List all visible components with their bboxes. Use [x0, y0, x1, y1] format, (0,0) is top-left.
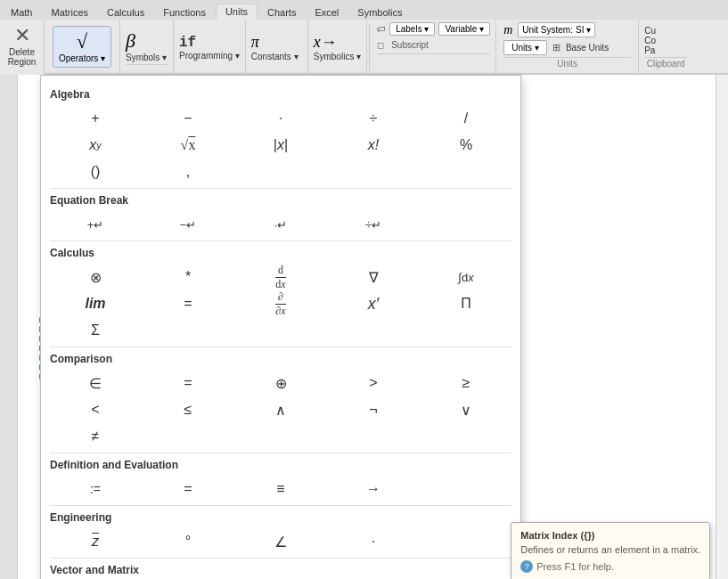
scrollbar[interactable] [716, 75, 728, 579]
symbols-btn[interactable]: Symbols ▾ [126, 53, 168, 62]
base-units-btn[interactable]: Base Units [562, 41, 612, 54]
sym-lim[interactable]: lim [50, 291, 141, 316]
sym-factorial[interactable]: x! [328, 133, 419, 158]
sym-product[interactable]: Π [421, 291, 511, 316]
sym-power[interactable]: xy [50, 133, 141, 158]
vecmat-title: Vector and Matrix [50, 564, 511, 576]
sym-integral[interactable]: ∫dx [421, 265, 511, 290]
sym-xprime[interactable]: x′ [328, 291, 419, 316]
sym-sum[interactable]: Σ [50, 318, 141, 343]
clipboard-group: Cu Co Pa Clipboard [639, 20, 692, 75]
operators-button[interactable]: √ Operators ▾ [53, 26, 111, 68]
sym-percent[interactable]: % [421, 133, 511, 158]
constants-icon: π [251, 33, 302, 52]
subscript-btn[interactable]: Subscript [388, 38, 432, 52]
sep1 [369, 23, 370, 71]
sym-eq3[interactable]: = [143, 477, 233, 502]
base-units-label: Base Units [566, 43, 609, 53]
units-dropdown[interactable]: Units ▾ [503, 40, 547, 55]
symbols-group-label [126, 64, 168, 66]
tab-matrices[interactable]: Matrices [42, 5, 97, 20]
symbolics-btn[interactable]: Symbolics ▾ [314, 52, 361, 61]
sym-gt[interactable]: > [328, 371, 419, 396]
sym-lt[interactable]: < [50, 397, 141, 422]
sym-cdot[interactable]: · [328, 529, 419, 554]
sym-sqrt[interactable]: √x [143, 133, 233, 158]
constants-group: π Constants ▾ [246, 20, 308, 75]
sym-gte[interactable]: ≥ [421, 371, 511, 396]
comparison-grid: ∈ = ⊕ > ≥ < ≤ ∧ ¬ ∨ ≠ [50, 371, 511, 449]
labels-icon: 🏷 [377, 24, 386, 34]
clipboard-btn3[interactable]: Pa [644, 45, 687, 55]
sym-equiv[interactable]: ≡ [235, 477, 326, 502]
clipboard-btn1[interactable]: Cu [644, 26, 687, 36]
main-content: N := 6 n := 0 .. N − 1 vn := sin ( n · π… [0, 75, 728, 579]
sym-eq[interactable]: = [143, 291, 233, 316]
sym-zbar[interactable]: z [50, 529, 141, 554]
tab-functions[interactable]: Functions [154, 5, 215, 20]
delete-label[interactable]: DeleteRegion [8, 47, 37, 67]
tab-symbolics[interactable]: Symbolics [348, 5, 411, 20]
programming-icon: if [179, 35, 240, 51]
calculus-grid: ⊗ * d dx ∇ ∫dx lim = ∂ ∂x x′ Π Σ [50, 265, 511, 343]
tab-math[interactable]: Math [2, 5, 41, 20]
unit-system-label: Unit System: [522, 25, 573, 35]
tab-excel[interactable]: Excel [306, 5, 348, 20]
labels-btn[interactable]: Labels ▾ [389, 22, 435, 36]
sym-comma[interactable]: , [143, 159, 233, 184]
tab-charts[interactable]: Charts [258, 5, 305, 20]
symbols-icon: β [126, 29, 168, 53]
tooltip-help: ? Press F1 for help. [520, 560, 700, 573]
sym-assign[interactable]: := [50, 477, 141, 502]
sym-plus[interactable]: + [50, 106, 141, 131]
sym-or[interactable]: ∨ [421, 397, 511, 422]
tab-units[interactable]: Units [216, 4, 258, 20]
subscript-icon: ◻ [377, 40, 384, 50]
labels-group: 🏷 Labels ▾ Variable ▾ ◻ Subscript [372, 20, 496, 75]
operators-group: √ Operators ▾ [45, 20, 120, 75]
sym-arrow[interactable]: → [328, 477, 419, 502]
sym-deriv[interactable]: d dx [235, 265, 326, 290]
eqbreak-grid: +↵ −↵ ·↵ ÷↵ [50, 212, 511, 237]
sym-partial[interactable]: ∂ ∂x [235, 291, 326, 316]
clipboard-btn2[interactable]: Co [644, 36, 687, 45]
sym-angle[interactable]: ∠ [235, 529, 326, 554]
sym-lte[interactable]: ≤ [143, 397, 233, 422]
sym-parens[interactable]: () [50, 159, 141, 184]
sym-eqbreak-div[interactable]: ÷↵ [328, 212, 419, 237]
sym-nabla[interactable]: ∇ [328, 265, 419, 290]
divider1 [50, 188, 511, 189]
unit-system-btn[interactable]: Unit System: SI ▾ [518, 22, 595, 37]
sym-slash[interactable]: / [421, 106, 511, 131]
units-m-icon: m [503, 23, 512, 37]
sym-degree[interactable]: ° [143, 529, 233, 554]
tab-calculus[interactable]: Calculus [98, 5, 153, 20]
labels-group-label [377, 53, 490, 55]
sym-dot[interactable]: · [235, 106, 326, 131]
sym-in[interactable]: ∈ [50, 371, 141, 396]
sym-circ[interactable]: ⊗ [50, 265, 141, 290]
constants-btn[interactable]: Constants ▾ [251, 52, 302, 61]
sym-minus[interactable]: − [143, 106, 233, 131]
sym-eqbreak-dot[interactable]: ·↵ [235, 212, 326, 237]
eqbreak-title: Equation Break [50, 194, 511, 207]
sym-eq2[interactable]: = [143, 371, 233, 396]
variable-btn[interactable]: Variable ▾ [438, 22, 490, 36]
divider4 [50, 453, 511, 453]
sym-neq[interactable]: ≠ [50, 424, 141, 449]
sym-star[interactable]: * [143, 265, 233, 290]
sidebar [0, 75, 18, 579]
sym-not[interactable]: ¬ [328, 397, 419, 422]
sym-oplus[interactable]: ⊕ [235, 371, 326, 396]
sym-eqbreak-plus[interactable]: +↵ [50, 212, 141, 237]
programming-btn[interactable]: Programming ▾ [179, 51, 240, 61]
operators-label: Operators ▾ [59, 53, 105, 63]
sym-abs[interactable]: |x| [235, 133, 326, 158]
engineering-grid: z ° ∠ · [50, 529, 511, 554]
operators-math-symbol: √ [77, 30, 87, 53]
sym-and[interactable]: ∧ [235, 397, 326, 422]
delete-region-group: ✕ DeleteRegion [0, 20, 45, 75]
sym-eqbreak-minus[interactable]: −↵ [143, 212, 233, 237]
sym-div[interactable]: ÷ [328, 106, 419, 131]
delete-icon: ✕ [14, 24, 30, 47]
